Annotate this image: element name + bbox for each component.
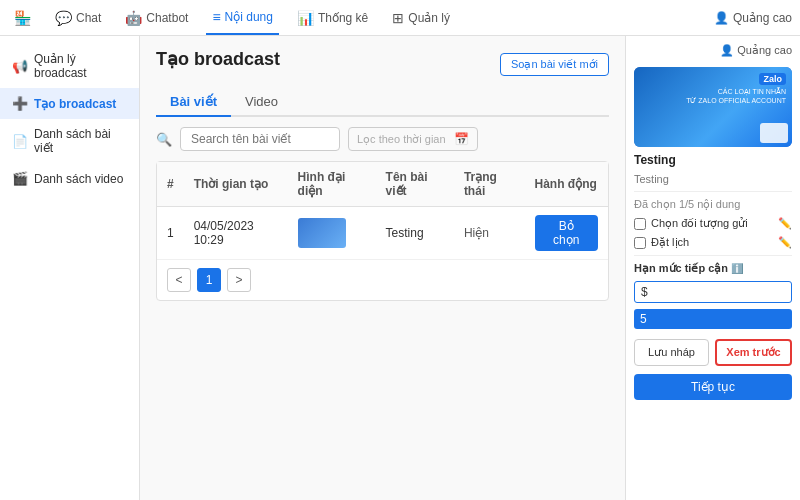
tabs: Bài viết Video bbox=[156, 88, 609, 117]
page-title: Tạo broadcast bbox=[156, 48, 280, 70]
col-time: Thời gian tạo bbox=[184, 162, 288, 207]
cell-action: Bỏ chọn bbox=[525, 207, 609, 260]
checkbox-row-schedule: Đặt lịch ✏️ bbox=[634, 236, 792, 249]
col-status: Trạng thái bbox=[454, 162, 525, 207]
nav-chatbot[interactable]: 🤖 Chatbot bbox=[119, 0, 194, 35]
pagination: < 1 > bbox=[157, 260, 608, 300]
panel-item-title: Testing bbox=[634, 153, 792, 167]
nav-thongke[interactable]: 📊 Thống kê bbox=[291, 0, 374, 35]
col-index: # bbox=[157, 162, 184, 207]
schedule-checkbox[interactable] bbox=[634, 237, 646, 249]
divider-2 bbox=[634, 255, 792, 256]
cell-time: 04/05/2023 10:29 bbox=[184, 207, 288, 260]
limit-value-display: 5 bbox=[634, 309, 792, 329]
thongke-icon: 📊 bbox=[297, 10, 314, 26]
col-title: Tên bài viết bbox=[376, 162, 454, 207]
cell-title: Testing bbox=[376, 207, 454, 260]
cell-status: Hiện bbox=[454, 207, 525, 260]
date-filter[interactable]: Lọc theo thời gian 📅 bbox=[348, 127, 478, 151]
device-graphic bbox=[760, 123, 788, 143]
calendar-icon: 📅 bbox=[454, 132, 469, 146]
thumbnail bbox=[298, 218, 346, 248]
selection-label: Đã chọn 1/5 nội dung bbox=[634, 198, 792, 211]
col-thumb: Hình đại diện bbox=[288, 162, 376, 207]
col-action: Hành động bbox=[525, 162, 609, 207]
audience-edit-icon[interactable]: ✏️ bbox=[778, 217, 792, 230]
right-panel: 👤 Quảng cao Zalo CÁC LOẠI TIN NHẮN TỪ ZA… bbox=[625, 36, 800, 500]
table-row: 1 04/05/2023 10:29 Testing Hiện Bỏ c bbox=[157, 207, 608, 260]
user-icon: 👤 bbox=[714, 11, 729, 25]
next-page-button[interactable]: > bbox=[227, 268, 251, 292]
article-table: # Thời gian tạo Hình đại diện Tên bài vi… bbox=[156, 161, 609, 301]
preview-text: CÁC LOẠI TIN NHẮN TỪ ZALO OFFICIAL ACCOU… bbox=[686, 87, 786, 105]
video-list-icon: 🎬 bbox=[12, 171, 28, 186]
cell-thumb bbox=[288, 207, 376, 260]
nav-store[interactable]: 🏪 bbox=[8, 0, 37, 35]
divider-1 bbox=[634, 191, 792, 192]
sidebar-item-danh-sach-video[interactable]: 🎬 Danh sách video bbox=[0, 163, 139, 194]
page-1-button[interactable]: 1 bbox=[197, 268, 221, 292]
limit-input[interactable] bbox=[634, 281, 792, 303]
nav-noidung[interactable]: ≡ Nội dung bbox=[206, 0, 279, 35]
deselect-button[interactable]: Bỏ chọn bbox=[535, 215, 599, 251]
preview-button[interactable]: Xem trước bbox=[715, 339, 792, 366]
sidebar: 📢 Quản lý broadcast ➕ Tạo broadcast 📄 Da… bbox=[0, 36, 140, 500]
toolbar: 🔍 Lọc theo thời gian 📅 bbox=[156, 127, 609, 151]
zalo-logo: Zalo bbox=[759, 73, 786, 85]
layout: 📢 Quản lý broadcast ➕ Tạo broadcast 📄 Da… bbox=[0, 36, 800, 500]
main-content: Tạo broadcast Soạn bài viết mới Bài viết… bbox=[140, 36, 625, 500]
continue-button[interactable]: Tiếp tục bbox=[634, 374, 792, 400]
schedule-edit-icon[interactable]: ✏️ bbox=[778, 236, 792, 249]
store-icon: 🏪 bbox=[14, 10, 31, 26]
top-nav: 🏪 💬 Chat 🤖 Chatbot ≡ Nội dung 📊 Thống kê… bbox=[0, 0, 800, 36]
save-draft-button[interactable]: Lưu nháp bbox=[634, 339, 709, 366]
checkbox-row-audience: Chọn đối tượng gửi ✏️ bbox=[634, 217, 792, 230]
chat-icon: 💬 bbox=[55, 10, 72, 26]
panel-user-icon: 👤 bbox=[720, 44, 734, 56]
limit-label: Hạn mức tiếp cận ℹ️ bbox=[634, 262, 792, 275]
panel-item-subtitle: Testing bbox=[634, 173, 792, 185]
nav-quanly[interactable]: ⊞ Quản lý bbox=[386, 0, 456, 35]
panel-buttons: Lưu nháp Xem trước bbox=[634, 339, 792, 366]
cell-index: 1 bbox=[157, 207, 184, 260]
tab-baiviet[interactable]: Bài viết bbox=[156, 88, 231, 117]
panel-user: 👤 Quảng cao bbox=[634, 44, 792, 57]
soanbai-button[interactable]: Soạn bài viết mới bbox=[500, 53, 609, 76]
nav-chat[interactable]: 💬 Chat bbox=[49, 0, 107, 35]
search-input[interactable] bbox=[180, 127, 340, 151]
noidung-icon: ≡ bbox=[212, 9, 220, 25]
quanly-icon: ⊞ bbox=[392, 10, 404, 26]
user-label: Quảng cao bbox=[733, 11, 792, 25]
audience-checkbox[interactable] bbox=[634, 218, 646, 230]
tab-video[interactable]: Video bbox=[231, 88, 292, 117]
broadcast-manage-icon: 📢 bbox=[12, 59, 28, 74]
create-broadcast-icon: ➕ bbox=[12, 96, 28, 111]
prev-page-button[interactable]: < bbox=[167, 268, 191, 292]
post-list-icon: 📄 bbox=[12, 134, 28, 149]
preview-card: Zalo CÁC LOẠI TIN NHẮN TỪ ZALO OFFICIAL … bbox=[634, 67, 792, 147]
info-icon: ℹ️ bbox=[731, 263, 743, 274]
sidebar-item-danh-sach-bai-viet[interactable]: 📄 Danh sách bài viết bbox=[0, 119, 139, 163]
sidebar-item-tao-broadcast[interactable]: ➕ Tạo broadcast bbox=[0, 88, 139, 119]
search-icon: 🔍 bbox=[156, 132, 172, 147]
chatbot-icon: 🤖 bbox=[125, 10, 142, 26]
sidebar-item-quan-ly-broadcast[interactable]: 📢 Quản lý broadcast bbox=[0, 44, 139, 88]
